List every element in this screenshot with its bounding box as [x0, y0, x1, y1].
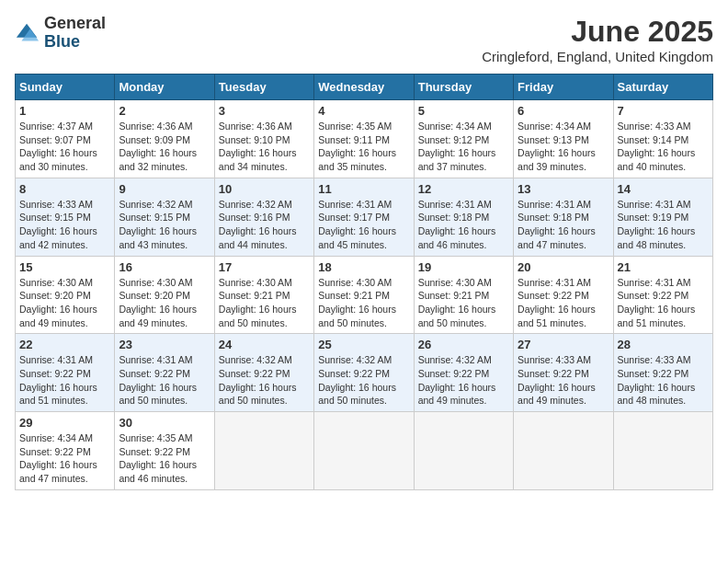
day-number: 19 — [418, 260, 509, 274]
table-row: 6Sunrise: 4:34 AMSunset: 9:13 PMDaylight… — [514, 100, 613, 178]
logo-text: General Blue — [44, 15, 106, 52]
table-row: 21Sunrise: 4:31 AMSunset: 9:22 PMDayligh… — [613, 256, 712, 334]
day-number: 5 — [418, 104, 509, 118]
day-number: 15 — [19, 260, 110, 274]
table-row: 24Sunrise: 4:32 AMSunset: 9:22 PMDayligh… — [214, 334, 313, 412]
table-row: 4Sunrise: 4:35 AMSunset: 9:11 PMDaylight… — [314, 100, 414, 178]
day-number: 25 — [318, 338, 409, 351]
table-row: 23Sunrise: 4:31 AMSunset: 9:22 PMDayligh… — [115, 334, 214, 412]
day-info: Sunrise: 4:31 AMSunset: 9:22 PMDaylight:… — [19, 353, 110, 408]
day-info: Sunrise: 4:31 AMSunset: 9:18 PMDaylight:… — [518, 198, 609, 252]
table-row: 15Sunrise: 4:30 AMSunset: 9:20 PMDayligh… — [16, 256, 115, 334]
day-number: 29 — [19, 416, 110, 430]
day-info: Sunrise: 4:30 AMSunset: 9:20 PMDaylight:… — [19, 276, 110, 330]
col-thursday: Thursday — [414, 75, 513, 100]
day-number: 14 — [618, 182, 709, 196]
day-info: Sunrise: 4:30 AMSunset: 9:21 PMDaylight:… — [219, 276, 310, 330]
day-number: 9 — [119, 182, 210, 196]
day-number: 16 — [119, 260, 210, 274]
day-number: 13 — [518, 182, 609, 196]
day-info: Sunrise: 4:33 AMSunset: 9:22 PMDaylight:… — [618, 353, 709, 408]
table-row: 12Sunrise: 4:31 AMSunset: 9:18 PMDayligh… — [414, 178, 513, 256]
table-row: 1Sunrise: 4:37 AMSunset: 9:07 PMDaylight… — [16, 100, 115, 178]
day-number: 26 — [418, 338, 509, 351]
table-row: 11Sunrise: 4:31 AMSunset: 9:17 PMDayligh… — [314, 178, 414, 256]
day-number: 17 — [219, 260, 310, 274]
table-row: 7Sunrise: 4:33 AMSunset: 9:14 PMDaylight… — [613, 100, 712, 178]
day-number: 22 — [19, 338, 110, 351]
day-number: 30 — [119, 416, 210, 430]
day-info: Sunrise: 4:33 AMSunset: 9:15 PMDaylight:… — [19, 198, 110, 252]
table-row: 28Sunrise: 4:33 AMSunset: 9:22 PMDayligh… — [613, 334, 712, 412]
table-row — [514, 412, 613, 490]
col-saturday: Saturday — [613, 75, 712, 100]
day-info: Sunrise: 4:32 AMSunset: 9:22 PMDaylight:… — [219, 353, 310, 408]
logo-icon — [15, 20, 40, 46]
day-number: 8 — [19, 182, 110, 196]
table-row: 18Sunrise: 4:30 AMSunset: 9:21 PMDayligh… — [314, 256, 414, 334]
table-row: 2Sunrise: 4:36 AMSunset: 9:09 PMDaylight… — [115, 100, 214, 178]
day-number: 10 — [219, 182, 310, 196]
day-number: 2 — [119, 104, 210, 118]
day-info: Sunrise: 4:31 AMSunset: 9:22 PMDaylight:… — [119, 353, 210, 408]
location-text: Cringleford, England, United Kingdom — [482, 49, 713, 64]
day-number: 7 — [618, 104, 709, 118]
day-info: Sunrise: 4:32 AMSunset: 9:16 PMDaylight:… — [219, 198, 310, 252]
col-wednesday: Wednesday — [314, 75, 414, 100]
day-info: Sunrise: 4:34 AMSunset: 9:22 PMDaylight:… — [19, 431, 110, 486]
table-row: 13Sunrise: 4:31 AMSunset: 9:18 PMDayligh… — [514, 178, 613, 256]
day-info: Sunrise: 4:30 AMSunset: 9:20 PMDaylight:… — [119, 276, 210, 330]
table-row — [414, 412, 513, 490]
calendar-week-row: 15Sunrise: 4:30 AMSunset: 9:20 PMDayligh… — [16, 256, 713, 334]
table-row — [214, 412, 313, 490]
day-info: Sunrise: 4:32 AMSunset: 9:22 PMDaylight:… — [318, 353, 409, 408]
calendar-week-row: 22Sunrise: 4:31 AMSunset: 9:22 PMDayligh… — [16, 334, 713, 412]
day-info: Sunrise: 4:31 AMSunset: 9:19 PMDaylight:… — [618, 198, 709, 252]
logo: General Blue — [15, 15, 106, 52]
day-number: 28 — [618, 338, 709, 351]
day-number: 27 — [518, 338, 609, 351]
calendar-header-row: Sunday Monday Tuesday Wednesday Thursday… — [16, 75, 713, 100]
day-info: Sunrise: 4:31 AMSunset: 9:22 PMDaylight:… — [618, 276, 709, 330]
table-row: 29Sunrise: 4:34 AMSunset: 9:22 PMDayligh… — [16, 412, 115, 490]
day-info: Sunrise: 4:30 AMSunset: 9:21 PMDaylight:… — [318, 276, 409, 330]
table-row: 14Sunrise: 4:31 AMSunset: 9:19 PMDayligh… — [613, 178, 712, 256]
day-info: Sunrise: 4:32 AMSunset: 9:15 PMDaylight:… — [119, 198, 210, 252]
table-row: 30Sunrise: 4:35 AMSunset: 9:22 PMDayligh… — [115, 412, 214, 490]
day-number: 4 — [318, 104, 409, 118]
day-number: 24 — [219, 338, 310, 351]
table-row: 27Sunrise: 4:33 AMSunset: 9:22 PMDayligh… — [514, 334, 613, 412]
col-friday: Friday — [514, 75, 613, 100]
day-info: Sunrise: 4:34 AMSunset: 9:13 PMDaylight:… — [518, 120, 609, 174]
table-row: 16Sunrise: 4:30 AMSunset: 9:20 PMDayligh… — [115, 256, 214, 334]
day-number: 12 — [418, 182, 509, 196]
day-info: Sunrise: 4:34 AMSunset: 9:12 PMDaylight:… — [418, 120, 509, 174]
table-row: 19Sunrise: 4:30 AMSunset: 9:21 PMDayligh… — [414, 256, 513, 334]
table-row: 22Sunrise: 4:31 AMSunset: 9:22 PMDayligh… — [16, 334, 115, 412]
logo-general-text: General — [44, 15, 106, 33]
calendar-week-row: 29Sunrise: 4:34 AMSunset: 9:22 PMDayligh… — [16, 412, 713, 490]
col-monday: Monday — [115, 75, 214, 100]
day-info: Sunrise: 4:35 AMSunset: 9:11 PMDaylight:… — [318, 120, 409, 174]
day-number: 21 — [618, 260, 709, 274]
calendar-week-row: 8Sunrise: 4:33 AMSunset: 9:15 PMDaylight… — [16, 178, 713, 256]
table-row: 10Sunrise: 4:32 AMSunset: 9:16 PMDayligh… — [214, 178, 313, 256]
calendar-week-row: 1Sunrise: 4:37 AMSunset: 9:07 PMDaylight… — [16, 100, 713, 178]
title-block: June 2025 Cringleford, England, United K… — [482, 15, 713, 64]
table-row — [314, 412, 414, 490]
table-row: 17Sunrise: 4:30 AMSunset: 9:21 PMDayligh… — [214, 256, 313, 334]
day-info: Sunrise: 4:33 AMSunset: 9:14 PMDaylight:… — [618, 120, 709, 174]
day-info: Sunrise: 4:31 AMSunset: 9:18 PMDaylight:… — [418, 198, 509, 252]
day-info: Sunrise: 4:36 AMSunset: 9:10 PMDaylight:… — [219, 120, 310, 174]
day-number: 18 — [318, 260, 409, 274]
day-info: Sunrise: 4:35 AMSunset: 9:22 PMDaylight:… — [119, 431, 210, 486]
day-info: Sunrise: 4:30 AMSunset: 9:21 PMDaylight:… — [418, 276, 509, 330]
day-number: 1 — [19, 104, 110, 118]
calendar-table: Sunday Monday Tuesday Wednesday Thursday… — [15, 74, 713, 490]
table-row: 26Sunrise: 4:32 AMSunset: 9:22 PMDayligh… — [414, 334, 513, 412]
day-info: Sunrise: 4:37 AMSunset: 9:07 PMDaylight:… — [19, 120, 110, 174]
day-number: 20 — [518, 260, 609, 274]
logo-blue-text: Blue — [44, 33, 106, 52]
day-info: Sunrise: 4:32 AMSunset: 9:22 PMDaylight:… — [418, 353, 509, 408]
day-number: 23 — [119, 338, 210, 351]
